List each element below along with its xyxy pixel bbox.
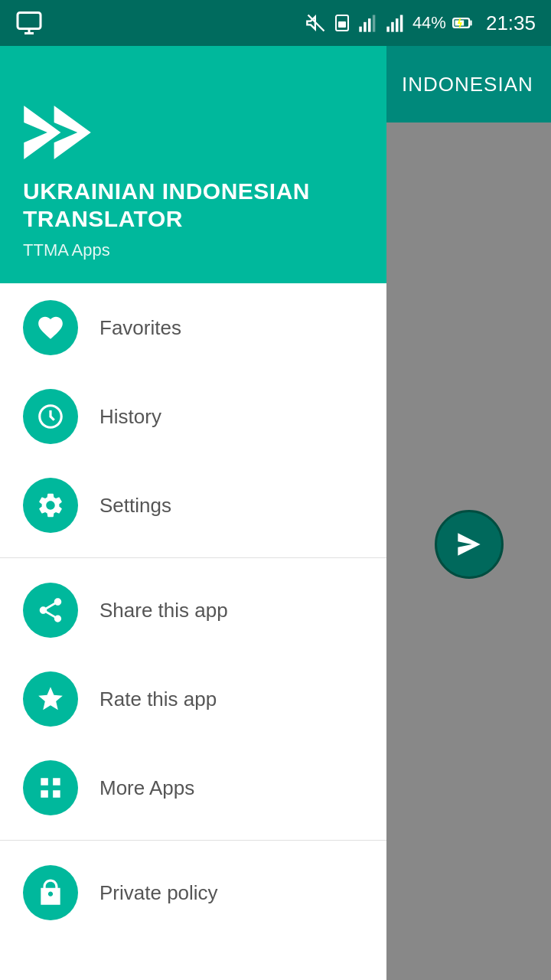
rate-label: Rate this app xyxy=(99,688,217,711)
svg-rect-8 xyxy=(391,22,394,32)
app-header-text: INDONESIAN xyxy=(402,73,533,96)
svg-marker-15 xyxy=(458,533,480,555)
svg-rect-6 xyxy=(373,15,376,32)
navigation-drawer: UKRAINIAN INDONESIAN TRANSLATOR TTMA App… xyxy=(0,46,386,980)
rate-icon-circle xyxy=(23,671,78,727)
heart-icon xyxy=(36,313,65,342)
share-icon-circle xyxy=(23,583,78,638)
clock-icon xyxy=(36,402,65,431)
status-bar-right: 44% 21:35 xyxy=(305,11,536,35)
menu-section-3: Private policy xyxy=(0,848,386,937)
privacy-label: Private policy xyxy=(99,881,218,905)
more-apps-icon-circle xyxy=(23,760,78,815)
menu-item-settings[interactable]: Settings xyxy=(0,461,386,550)
app-logo xyxy=(23,106,364,162)
menu-item-share[interactable]: Share this app xyxy=(0,566,386,655)
clock-display: 21:35 xyxy=(486,11,536,35)
drawer-header: UKRAINIAN INDONESIAN TRANSLATOR TTMA App… xyxy=(0,46,386,283)
history-icon-circle xyxy=(23,389,78,444)
lock-icon xyxy=(36,878,65,907)
gear-icon xyxy=(36,491,65,520)
signal-icon-1 xyxy=(357,12,379,34)
svg-rect-2 xyxy=(338,21,346,28)
share-icon xyxy=(36,596,65,625)
main-screen: UKRAINIAN INDONESIAN TRANSLATOR TTMA App… xyxy=(0,46,551,980)
grid-icon xyxy=(36,773,65,802)
app-background: INDONESIAN xyxy=(386,46,551,980)
history-label: History xyxy=(99,405,161,429)
signal-icon-2 xyxy=(385,12,406,34)
divider-2 xyxy=(0,840,386,841)
star-icon xyxy=(36,684,65,714)
app-title: UKRAINIAN INDONESIAN TRANSLATOR xyxy=(23,178,364,233)
share-label: Share this app xyxy=(99,599,228,622)
menu-item-more-apps[interactable]: More Apps xyxy=(0,743,386,832)
status-bar: 44% 21:35 xyxy=(0,0,551,46)
logo-arrow-icon xyxy=(23,106,92,159)
sim-icon xyxy=(333,14,351,32)
menu-item-favorites[interactable]: Favorites xyxy=(0,283,386,372)
translate-fab-button[interactable] xyxy=(435,510,504,579)
divider-1 xyxy=(0,557,386,558)
more-apps-label: More Apps xyxy=(99,776,194,800)
screen-icon xyxy=(15,9,43,37)
svg-rect-9 xyxy=(396,18,399,31)
menu-item-history[interactable]: History xyxy=(0,372,386,461)
privacy-icon-circle xyxy=(23,865,78,920)
svg-rect-7 xyxy=(386,27,390,32)
app-content-area xyxy=(386,122,551,980)
favorites-icon-circle xyxy=(23,300,78,355)
translate-send-icon xyxy=(452,528,486,561)
app-header: INDONESIAN xyxy=(386,46,551,122)
settings-icon-circle xyxy=(23,478,78,533)
svg-rect-10 xyxy=(400,15,403,32)
company-name: TTMA Apps xyxy=(23,240,364,260)
svg-rect-4 xyxy=(364,22,367,32)
favorites-label: Favorites xyxy=(99,316,181,340)
menu-section-2: Share this app Rate this app More xyxy=(0,566,386,832)
menu-item-privacy[interactable]: Private policy xyxy=(0,848,386,937)
svg-rect-0 xyxy=(18,13,41,29)
settings-label: Settings xyxy=(99,494,171,518)
menu-item-rate[interactable]: Rate this app xyxy=(0,655,386,743)
svg-rect-3 xyxy=(359,27,362,32)
status-bar-left xyxy=(15,9,43,37)
battery-percentage: 44% xyxy=(412,13,446,33)
svg-rect-5 xyxy=(368,18,371,31)
mute-icon xyxy=(305,12,327,34)
menu-section-1: Favorites History Set xyxy=(0,283,386,550)
battery-icon xyxy=(452,12,474,34)
